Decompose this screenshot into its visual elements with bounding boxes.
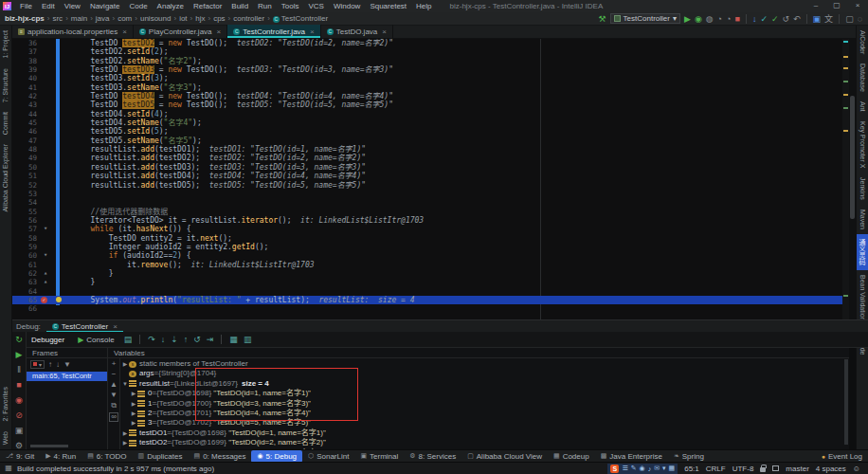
caret-position[interactable]: 65:1 [684, 465, 699, 473]
close-icon[interactable]: × [382, 27, 387, 36]
toolwin-alibaba-cloud-view[interactable]: ▢Alibaba Cloud View [461, 450, 548, 463]
move-up-icon[interactable]: ▲ [110, 380, 118, 389]
toolwin-4-run[interactable]: ▶4: Run [40, 450, 81, 463]
variable-row[interactable]: aargs = {String[0]@1704} [121, 369, 849, 378]
menu-file[interactable]: File [15, 0, 37, 12]
restore-layout-icon[interactable]: ▣ [15, 425, 24, 436]
rerun-icon[interactable]: ↻ [15, 334, 23, 345]
ime-icon-6[interactable]: ▦ [669, 465, 676, 472]
menu-run[interactable]: Run [253, 0, 277, 12]
indent-config[interactable]: 4 spaces [816, 465, 846, 473]
variable-row[interactable]: ▶3 = {TestDO@1702} "TestDO(id=5, name=名字… [121, 418, 849, 428]
breadcrumb-item[interactable]: cps [212, 14, 226, 23]
menu-vcs[interactable]: VCS [303, 0, 328, 12]
stripe-jenkins[interactable]: Jenkins [857, 173, 868, 205]
mute-breakpoints-icon[interactable]: ⊘ [15, 410, 23, 421]
ime-icon-2[interactable]: ◉ [640, 465, 645, 472]
breadcrumb-item[interactable]: biz-hjx-cps [4, 14, 45, 23]
menu-refactor[interactable]: Refactor [189, 0, 226, 12]
close-button[interactable]: × [847, 0, 868, 12]
stripe-web[interactable]: Web [0, 427, 11, 449]
breadcrumb-item[interactable]: controller [232, 14, 265, 23]
stripe-1-project[interactable]: 1: Project [0, 26, 11, 64]
attach-profiler-icon[interactable]: ◔ [726, 13, 731, 25]
frames-filter-icon[interactable]: ▼ [63, 360, 71, 369]
ime-icon-0[interactable]: ☰ [622, 465, 627, 472]
stripe-aicoder[interactable]: AiCoder [857, 26, 868, 59]
evaluate-expression-icon[interactable]: ▦ [229, 335, 238, 344]
coverage-icon[interactable]: ◍ [706, 13, 714, 25]
force-step-into-icon[interactable]: ⇣ [171, 335, 178, 344]
screen-reader-icon[interactable] [772, 465, 779, 471]
toolwin-java-enterprise[interactable]: ▩Java Enterprise [595, 450, 668, 463]
stripe-maven[interactable]: Maven [857, 205, 868, 234]
duplicate-icon[interactable]: ⧉ [111, 401, 117, 410]
run-to-cursor-icon[interactable]: ⇥ [207, 335, 214, 344]
close-icon[interactable]: × [113, 322, 118, 331]
debug-tab-console[interactable]: ▶Console [74, 336, 118, 344]
stripe-database[interactable]: Database [857, 59, 868, 97]
toolwin-6-todo[interactable]: ▤6: TODO [81, 450, 132, 463]
line-separator[interactable]: CRLF [706, 465, 726, 473]
breadcrumb-item[interactable]: src [51, 14, 63, 23]
expander-icon[interactable]: ▶ [130, 389, 137, 398]
variable-row[interactable]: ▶1 = {TestDO@1700} "TestDO(id=3, name=名字… [121, 399, 849, 409]
stop-icon[interactable]: ■ [16, 379, 21, 391]
breadcrumb-item[interactable]: iot [178, 14, 188, 23]
breadcrumb-item[interactable]: hjx [194, 14, 206, 23]
run-config-combo[interactable]: TestController▾ [610, 13, 680, 24]
frame-up-icon[interactable]: ↑ [48, 360, 52, 369]
stripe-bean-validation[interactable]: Bean Validation [857, 270, 868, 326]
fold-icon[interactable]: ▾ [44, 225, 47, 232]
variable-row[interactable]: ▶testDO2 = {TestDO@1699} "TestDO(id=2, n… [121, 438, 849, 447]
menu-code[interactable]: Code [124, 0, 152, 12]
expander-icon[interactable]: ▶ [130, 399, 137, 409]
evaluate-icon[interactable]: ∞ [109, 412, 118, 422]
toolwin-duplicates[interactable]: ▥Duplicates [133, 450, 189, 463]
trace-icon[interactable]: ▥ [244, 335, 252, 344]
menu-window[interactable]: Window [329, 0, 365, 12]
toolwin-9-git[interactable]: ⎇9: Git [0, 450, 40, 463]
stripe-key-promoter-x[interactable]: Key Promoter X [857, 117, 868, 173]
stripe-commit[interactable]: Commit [0, 107, 11, 139]
update-project-icon[interactable]: ↓ [752, 13, 757, 25]
tab-TestDO-java[interactable]: CTestDO.java× [321, 25, 393, 38]
menu-build[interactable]: Build [226, 0, 253, 12]
error-stripe[interactable] [842, 39, 849, 319]
toolwin-8-services[interactable]: ⚙8: Services [404, 450, 461, 463]
stripe-2-favorites[interactable]: 2: Favorites [0, 382, 11, 427]
frame-down-icon[interactable]: ↓ [56, 360, 60, 369]
history-icon[interactable]: ↺ [783, 13, 790, 25]
drop-frame-icon[interactable]: ↺ [193, 335, 201, 344]
menu-analyze[interactable]: Analyze [153, 0, 189, 12]
ime-icon-5[interactable]: ▾ [662, 465, 666, 472]
project-structure-icon[interactable]: ▣ [813, 13, 822, 25]
debug-session-tab[interactable]: C TestController × [46, 320, 123, 333]
menu-help[interactable]: Help [411, 0, 436, 12]
presentation-icon[interactable]: ▢ [845, 13, 854, 25]
rollback-icon[interactable]: ↶ [793, 13, 801, 25]
show-layout-icon[interactable]: ▤ [124, 335, 133, 344]
variable-row[interactable]: ▶testDO1 = {TestDO@1698} "TestDO(id=1, n… [121, 428, 849, 438]
expander-icon[interactable]: ▶ [121, 428, 129, 438]
toolwin-0-messages[interactable]: ▤0: Messages [189, 450, 252, 463]
close-icon[interactable]: × [122, 27, 127, 36]
git-branch[interactable]: master [786, 465, 808, 473]
tool-window-switcher-icon[interactable]: ▦ [4, 464, 13, 473]
close-icon[interactable]: × [310, 27, 315, 36]
toolwin-terminal[interactable]: ▣Terminal [354, 450, 404, 463]
stripe-alibaba-cloud-explorer[interactable]: Alibaba Cloud Explorer [0, 139, 11, 217]
search-everywhere-icon[interactable]: ◌ [858, 13, 862, 25]
variable-row[interactable]: ▶2 = {TestDO@1701} "TestDO(id=4, name=名字… [121, 409, 849, 418]
breadcrumb-item[interactable]: CTestController [272, 14, 329, 23]
profiler-icon[interactable]: ◔ [717, 13, 722, 25]
breakpoint-icon[interactable]: ✓ [41, 297, 47, 303]
stack-frame-row[interactable]: main:65, TestContr [27, 372, 107, 381]
minimize-button[interactable]: – [805, 0, 826, 12]
fold-icon[interactable]: ▴ [44, 278, 47, 285]
ime-icon-4[interactable]: ✉ [654, 465, 660, 472]
sogou-input-icon[interactable]: S [610, 465, 619, 473]
menu-edit[interactable]: Edit [37, 0, 60, 12]
remove-watch-icon[interactable]: − [112, 370, 117, 378]
stripe-通义灵码[interactable]: 通义灵码 [857, 234, 868, 270]
